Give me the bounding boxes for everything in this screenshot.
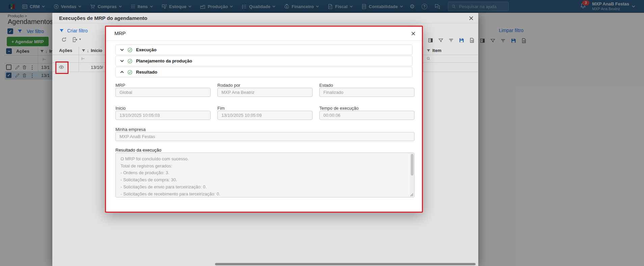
- filter-lines-icon[interactable]: [448, 37, 454, 43]
- nav-menu-label: Fiscal: [335, 4, 348, 9]
- modal-title: Execuções de MRP do agendamento: [59, 15, 147, 21]
- delete-trash-icon[interactable]: [22, 65, 27, 70]
- restore-layout-icon[interactable]: [521, 38, 527, 44]
- agendar-mrp-button[interactable]: + Agendar MRP: [7, 37, 49, 46]
- column-resize-icon[interactable]: ⊢: [43, 57, 46, 62]
- chevron-down-icon: [188, 5, 191, 7]
- field-fim: [217, 111, 313, 120]
- nav-menu-contabilidade[interactable]: Contabilidade: [361, 4, 403, 9]
- chevron-down-icon: [120, 60, 124, 62]
- nav-menu-financeiro[interactable]: Financeiro: [284, 4, 319, 9]
- nav-menu-producao[interactable]: Produção: [200, 4, 233, 9]
- search-icon[interactable]: [426, 56, 431, 61]
- sort-desc-icon[interactable]: ↓: [87, 48, 89, 53]
- app-logo[interactable]: [9, 4, 15, 9]
- field-estado: [319, 88, 414, 97]
- nav-menu-label: Itens: [138, 4, 148, 9]
- filter-funnel-icon[interactable]: [438, 38, 444, 43]
- edit-pencil-icon[interactable]: [15, 73, 20, 78]
- notification-badge: 3: [582, 0, 589, 5]
- result-line: - Solicitações de compra: 30.: [120, 176, 409, 183]
- nav-menu-label: Produção: [208, 4, 228, 9]
- nav-menu-label: Estoque: [169, 4, 186, 9]
- field-label-minha-empresa: Minha empresa: [115, 127, 146, 132]
- field-label-inicio: Inicio: [115, 106, 126, 111]
- delete-trash-icon[interactable]: [22, 73, 27, 78]
- field-inicio: [115, 111, 211, 120]
- filter-funnel-icon[interactable]: [40, 49, 44, 54]
- help-icon[interactable]: ?: [422, 4, 427, 9]
- chevron-up-icon: [120, 71, 124, 73]
- column-header-item[interactable]: Item: [432, 48, 441, 53]
- row-checkbox[interactable]: ✓: [6, 73, 11, 78]
- breadcrumb[interactable]: Produção >: [8, 14, 27, 18]
- select-all-checkbox[interactable]: ✓: [7, 28, 13, 34]
- refresh-icon[interactable]: [61, 37, 67, 43]
- help-search-input[interactable]: [458, 4, 504, 9]
- close-icon[interactable]: [411, 31, 415, 36]
- filter-funnel-icon[interactable]: [81, 49, 86, 53]
- nav-menu-compras[interactable]: Compras: [90, 4, 122, 9]
- user-chevron-icon[interactable]: [632, 5, 635, 7]
- result-line: - Solicitações de recebimento para terce…: [120, 190, 409, 197]
- highlight-box: [55, 61, 69, 74]
- criar-filtro-link[interactable]: Criar filtro: [67, 28, 88, 33]
- filter-funnel-icon[interactable]: [426, 49, 431, 53]
- nav-menu-crm[interactable]: CRM: [22, 4, 45, 9]
- result-line: - Ordens de produção: 3.: [120, 169, 409, 177]
- save-layout-floppy-icon[interactable]: [511, 38, 516, 44]
- chevron-down-icon: [78, 5, 81, 7]
- filter-funnel-icon[interactable]: [490, 38, 495, 44]
- chevron-down-icon: [272, 5, 275, 7]
- more-actions-icon[interactable]: ⋮: [30, 65, 35, 70]
- resize-handle-icon[interactable]: [410, 193, 413, 196]
- modal-header: MRP: [106, 27, 422, 41]
- choose-columns-icon[interactable]: [480, 38, 485, 44]
- vertical-scrollbar-thumb[interactable]: [411, 154, 413, 176]
- execution-result-textarea: O MRP foi concluído com sucesso. Total d…: [115, 153, 414, 197]
- section-execucao[interactable]: Execução: [115, 45, 412, 55]
- row-checkbox[interactable]: [6, 64, 11, 70]
- nav-menu-itens[interactable]: Itens: [130, 4, 153, 9]
- section-planejamento[interactable]: Planejamento da produção: [115, 56, 412, 66]
- settings-gear-icon[interactable]: ⚙: [410, 3, 415, 10]
- modal-title: MRP: [114, 30, 126, 36]
- search-icon: [451, 4, 456, 9]
- check-circle-icon: [127, 70, 133, 75]
- ver-filtro-link[interactable]: Ver filtro: [27, 29, 44, 34]
- export-icon[interactable]: [72, 37, 78, 43]
- nav-menu-estoque[interactable]: Estoque: [161, 4, 191, 9]
- chevron-down-icon: [230, 5, 233, 7]
- grid-toolbar: [480, 38, 527, 44]
- section-resultado[interactable]: Resultado: [115, 67, 412, 77]
- user-menu[interactable]: MXP AnaB Festas MXP Ana Beatriz: [592, 2, 629, 11]
- help-search: [448, 2, 509, 11]
- close-icon[interactable]: [469, 16, 474, 21]
- nav-menu-label: Qualidade: [249, 4, 270, 9]
- field-label-fim: Fim: [217, 106, 225, 111]
- restore-layout-icon[interactable]: [469, 37, 475, 43]
- filter-funnel-icon[interactable]: [17, 29, 23, 34]
- notifications-bell[interactable]: 3: [580, 2, 587, 11]
- chat-icon[interactable]: [434, 3, 440, 10]
- save-layout-floppy-icon[interactable]: [459, 37, 464, 43]
- field-rodado-por: [217, 88, 313, 97]
- edit-pencil-icon[interactable]: [15, 65, 20, 70]
- choose-columns-icon[interactable]: [428, 37, 433, 43]
- header-checkbox[interactable]: −: [6, 48, 12, 54]
- limpar-filtro-link[interactable]: Limpar filtro: [499, 28, 524, 33]
- sort-desc-icon[interactable]: ↓: [45, 49, 48, 54]
- column-header-start[interactable]: Início: [91, 48, 102, 53]
- more-actions-icon[interactable]: ⋮: [30, 73, 35, 78]
- nav-menu-label: CRM: [30, 4, 40, 9]
- nav-menu-qualidade[interactable]: Qualidade: [241, 4, 275, 9]
- screen: CRM Vendas Compras Itens Estoque Produçã…: [0, 0, 644, 266]
- export-caret-icon[interactable]: ▾: [79, 37, 81, 41]
- nav-menu-vendas[interactable]: Vendas: [53, 4, 82, 9]
- chevron-down-icon: [150, 5, 153, 7]
- filter-lines-icon[interactable]: [500, 38, 506, 44]
- column-resize-icon[interactable]: ⊢: [81, 56, 85, 61]
- horizontal-scrollbar[interactable]: [215, 263, 476, 265]
- field-label-rodado-por: Rodado por: [217, 83, 240, 88]
- nav-menu-fiscal[interactable]: Fiscal: [327, 4, 353, 9]
